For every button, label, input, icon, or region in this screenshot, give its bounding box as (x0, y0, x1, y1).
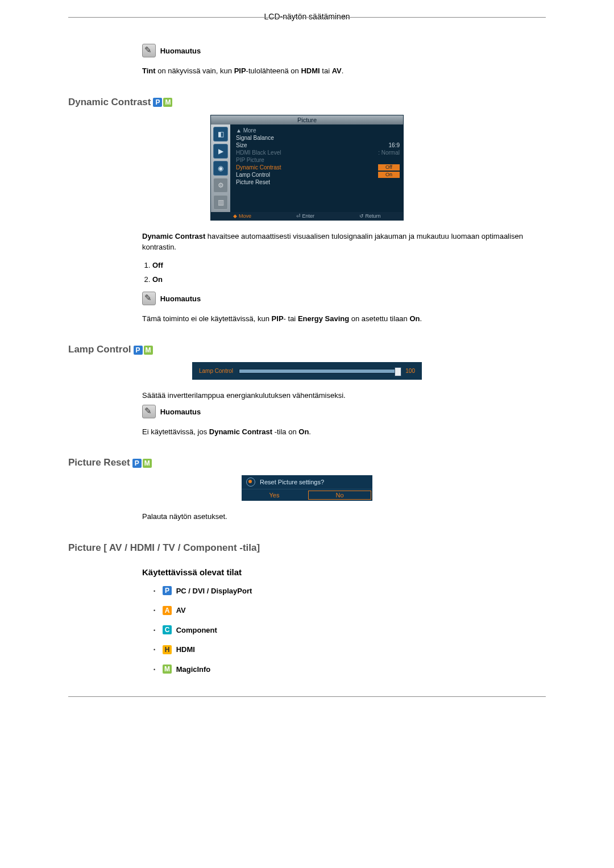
slider-thumb (395, 367, 401, 376)
osd-reset-dialog: Reset Picture settings? Yes No (242, 475, 372, 501)
available-modes-subheading: Käytettävissä olevat tilat (142, 567, 546, 577)
list-item: P PC / DVI / DisplayPort (154, 586, 546, 596)
note-block: Huomautus (142, 44, 546, 57)
page-header: LCD-näytön säätäminen (0, 12, 614, 21)
osd-sidebar: ◧ ▶ ◉ ⚙ ▥ (211, 124, 230, 212)
p-badge-icon: P (134, 346, 143, 355)
m-badge-icon: M (163, 665, 172, 674)
note-block: Huomautus (142, 292, 546, 305)
osd-rows: ▲ More Signal Balance Size16:9 HDMI Blac… (230, 124, 403, 212)
note-icon (142, 44, 156, 57)
list-item: H HDMI (154, 645, 546, 654)
note-label: Huomautus (160, 294, 201, 302)
slider-track (239, 369, 400, 373)
m-badge-icon: M (144, 346, 153, 355)
picture-modes-heading: Picture [ AV / HDMI / TV / Component -ti… (68, 542, 546, 554)
reset-question: Reset Picture settings? (260, 479, 324, 485)
list-item: C Component (154, 625, 546, 635)
h-badge-icon: H (163, 645, 172, 654)
dynamic-contrast-heading: Dynamic ContrastPM (68, 97, 546, 108)
osd-title: Picture (211, 115, 403, 124)
lamp-osd-label: Lamp Control (199, 368, 233, 374)
osd-picture-menu: Picture ◧ ▶ ◉ ⚙ ▥ ▲ More Signal Balance … (210, 115, 404, 221)
osd-lamp-slider: Lamp Control 100 (192, 362, 422, 380)
header-title: LCD-näytön säätäminen (259, 12, 356, 21)
p-badge-icon: P (163, 586, 172, 595)
m-badge-icon: M (163, 98, 172, 107)
lamp-description: Säätää invertterilamppua energiankulutuk… (142, 390, 546, 401)
c-badge-icon: C (163, 625, 172, 634)
note-icon (142, 405, 156, 418)
lamp-note-text: Ei käytettävissä, jos Dynamic Contrast -… (142, 426, 546, 438)
osd-side-icon: ▥ (213, 195, 228, 210)
osd-side-icon: ⚙ (213, 178, 228, 193)
lamp-osd-value: 100 (405, 368, 415, 374)
note-label: Huomautus (160, 47, 201, 55)
osd-side-icon: ◉ (213, 161, 228, 176)
dc-note-text: Tämä toiminto ei ole käytettävissä, kun … (142, 313, 546, 325)
reset-icon (246, 477, 255, 487)
modes-list: P PC / DVI / DisplayPort A AV C Componen… (142, 586, 546, 674)
list-item: M MagicInfo (154, 665, 546, 674)
lamp-control-heading: Lamp ControlPM (68, 344, 546, 355)
osd-side-icon: ◧ (213, 127, 228, 142)
m-badge-icon: M (143, 459, 152, 468)
p-badge-icon: P (153, 98, 162, 107)
osd-side-icon: ▶ (213, 144, 228, 159)
picture-reset-heading: Picture ResetPM (68, 457, 546, 468)
list-item: On (152, 275, 546, 284)
list-item: Off (152, 261, 546, 269)
dc-options-list: Off On (142, 261, 546, 284)
tint-note-text: Tint on näkyvissä vain, kun PIP-tuloläht… (142, 65, 546, 77)
osd-footer: ◆ Move ⏎ Enter ↺ Return (211, 212, 403, 220)
tint-bold: Tint (142, 67, 156, 75)
reset-no-button: No (307, 489, 372, 501)
note-label: Huomautus (160, 407, 201, 416)
reset-description: Palauta näytön asetukset. (142, 511, 546, 522)
p-badge-icon: P (132, 459, 142, 468)
dc-description: Dynamic Contrast havaitsee automaattises… (142, 231, 546, 253)
note-block: Huomautus (142, 405, 546, 418)
a-badge-icon: A (163, 606, 172, 615)
reset-yes-button: Yes (242, 489, 307, 501)
note-icon (142, 292, 156, 305)
list-item: A AV (154, 605, 546, 615)
